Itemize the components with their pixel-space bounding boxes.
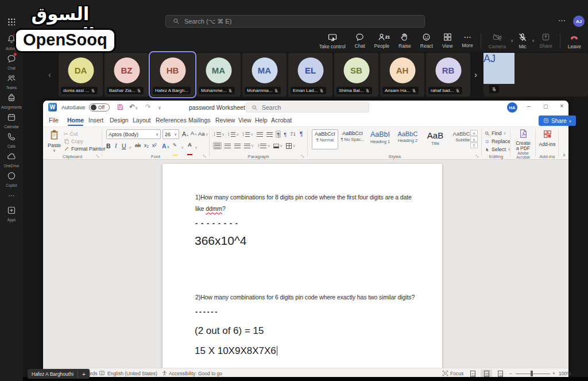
select-button[interactable]: Select∨ <box>485 147 510 152</box>
underline-button[interactable]: U <box>122 143 126 149</box>
zoom-level[interactable]: 100% <box>559 371 571 376</box>
align-right-button[interactable] <box>234 142 241 149</box>
sidebar-item-calendar[interactable]: Calendar <box>0 113 23 129</box>
tab-home[interactable]: Home <box>67 117 84 124</box>
line-spacing-button[interactable]: ↕∨ <box>257 142 270 149</box>
sidebar-item-teams[interactable]: Teams <box>0 74 23 90</box>
camera-button[interactable]: Camera <box>484 33 510 49</box>
document-title[interactable]: password Worksheet ∨ <box>189 104 250 111</box>
change-case-button[interactable]: Aa∨ <box>198 130 208 137</box>
mic-button[interactable]: Mic <box>513 33 532 49</box>
take-control-button[interactable]: Take control <box>315 33 350 49</box>
share-button-teams[interactable]: Share <box>535 33 557 49</box>
bullet-list-button[interactable]: ∨ <box>213 130 225 138</box>
sidebar-item-more[interactable]: ⋯ <box>0 192 23 199</box>
copy-button[interactable]: Copy <box>64 138 83 144</box>
waffle-menu-icon[interactable] <box>7 18 15 25</box>
leave-button[interactable]: Leave <box>563 33 586 49</box>
tab-acrobat[interactable]: Acrobat <box>271 117 292 124</box>
close-button[interactable]: × <box>560 102 563 109</box>
tab-view[interactable]: View <box>238 117 252 124</box>
chevron-down-icon[interactable]: ∨ <box>195 145 198 150</box>
align-center-button[interactable] <box>224 142 231 149</box>
paste-button[interactable]: Paste ∨ <box>48 129 61 153</box>
tab-file[interactable]: File <box>49 117 59 124</box>
focus-icon[interactable] <box>442 370 448 376</box>
sidebar-item-apps[interactable]: Apps <box>0 206 23 222</box>
show-marks-button[interactable]: ¶ <box>299 130 303 138</box>
decrease-indent-button[interactable] <box>256 130 264 138</box>
multilevel-list-button[interactable]: ∨ <box>242 130 254 138</box>
teams-more-options-icon[interactable]: ⋯ <box>558 16 566 25</box>
styles-scroll-up-icon[interactable]: ∧ <box>470 130 478 136</box>
participant-tile[interactable]: MA Mohamma... <box>242 53 287 97</box>
scroll-left-icon[interactable]: ‹ <box>48 70 51 79</box>
view-button[interactable]: View <box>438 33 457 49</box>
web-layout-button[interactable] <box>494 370 506 378</box>
subscript-button[interactable]: x₂ <box>144 143 149 148</box>
style-title[interactable]: AaB Title <box>422 129 448 149</box>
participant-tile-presenter[interactable]: HB Hafez A Bargh... <box>150 53 195 97</box>
participant-tile[interactable]: EL Eman Lad... <box>288 53 332 97</box>
participant-tile[interactable]: AH Ansam Ha... <box>380 53 424 97</box>
align-left-button[interactable] <box>213 142 222 149</box>
style-heading1[interactable]: AaBbI Heading 1 <box>367 129 393 149</box>
text-effects-button[interactable]: A∨ <box>162 143 170 149</box>
format-painter-button[interactable]: Format Painter <box>64 146 106 152</box>
style-heading2[interactable]: AaBbC Heading 2 <box>394 129 421 149</box>
font-launcher-icon[interactable] <box>202 154 207 159</box>
styles-gallery-more-icon[interactable]: ≡ <box>470 143 478 148</box>
bold-button[interactable]: B <box>106 143 111 149</box>
participant-tile[interactable]: DA donia assi ... <box>59 53 103 97</box>
proofing-book-icon[interactable] <box>99 370 105 376</box>
zoom-in-icon[interactable]: + <box>552 371 555 376</box>
tab-help[interactable]: Help <box>255 117 268 124</box>
chevron-down-icon[interactable]: ∨ <box>129 145 131 150</box>
save-icon[interactable] <box>117 103 124 111</box>
shrink-font-button[interactable]: A˅ <box>191 130 197 136</box>
find-button[interactable]: Find∨ <box>485 130 506 136</box>
cut-button[interactable]: ✂ Cut <box>64 131 78 137</box>
styles-scroll-down-icon[interactable]: ∨ <box>470 136 478 142</box>
participant-tile[interactable]: RB rahaf bad... <box>426 53 470 97</box>
teams-search-input[interactable]: Search (⌥ ⌘ E) <box>165 15 425 28</box>
word-account-avatar[interactable]: HA <box>507 102 517 113</box>
clipboard-launcher-icon[interactable] <box>95 154 100 159</box>
create-pdf-button[interactable]: Createa PDF <box>511 129 535 151</box>
raise-hand-button[interactable]: Raise <box>394 33 416 49</box>
minimize-button[interactable]: – <box>527 102 531 109</box>
tab-layout[interactable]: Layout <box>133 117 151 124</box>
people-button[interactable]: 21 People <box>370 33 394 49</box>
grow-font-button[interactable]: A˄ <box>182 130 189 137</box>
justify-button[interactable]: ∨ <box>243 142 254 149</box>
sort-button[interactable] <box>289 130 297 138</box>
zoom-slider-track[interactable] <box>516 374 550 374</box>
quick-access-chevron-icon[interactable]: ∨ <box>158 105 161 110</box>
word-search-input[interactable]: Search <box>246 102 369 113</box>
italic-button[interactable]: I <box>115 143 117 149</box>
restore-button[interactable]: ▢ <box>543 103 548 109</box>
language-indicator[interactable]: English (United States) <box>107 371 157 376</box>
style-normal[interactable]: AaBbCcI ¶ Normal <box>312 129 338 149</box>
rtl-text-button[interactable]: ¶ <box>283 130 287 138</box>
more-button[interactable]: ⋯ More <box>457 33 477 48</box>
presenter-add-icon[interactable]: + <box>78 371 90 378</box>
focus-label[interactable]: Focus <box>450 371 463 376</box>
teams-profile-avatar[interactable]: AJ <box>573 16 585 27</box>
undo-icon[interactable]: ↶∨ <box>129 103 138 111</box>
tab-references[interactable]: References <box>156 117 187 124</box>
tab-insert[interactable]: Insert <box>88 117 103 124</box>
style-no-spacing[interactable]: AaBbCcI ¶ No Spac... <box>339 129 366 149</box>
superscript-button[interactable]: x² <box>152 143 157 148</box>
styles-launcher-icon[interactable] <box>475 154 479 159</box>
replace-button[interactable]: Replace <box>485 138 510 144</box>
ltr-text-button[interactable]: ¶ <box>276 130 281 138</box>
participant-tile[interactable]: BZ Bashar Zia... <box>105 53 149 97</box>
sidebar-item-onedrive[interactable]: OneDrive <box>0 152 23 168</box>
print-layout-button[interactable] <box>481 370 492 378</box>
font-name-combo[interactable]: Aptos (Body)∨ <box>106 129 161 139</box>
sidebar-item-chat[interactable]: Chat <box>0 54 23 70</box>
document-page[interactable]: 1)How many combinations for 8 digits pin… <box>163 164 442 368</box>
increase-indent-button[interactable] <box>266 130 273 138</box>
participant-tile[interactable]: SB Shima Bal... <box>334 53 378 97</box>
